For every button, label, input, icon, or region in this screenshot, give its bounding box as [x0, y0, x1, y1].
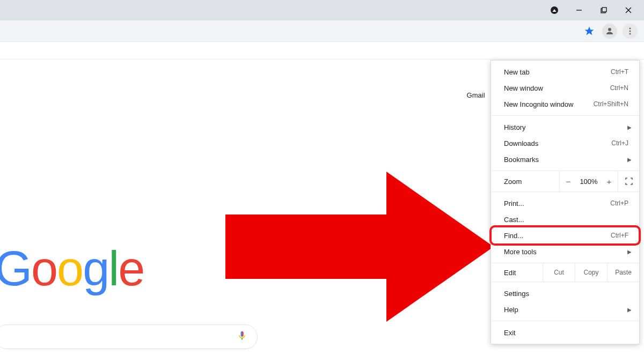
zoom-out-button[interactable]: − [560, 177, 577, 186]
cut-button[interactable]: Cut [543, 263, 575, 282]
svg-point-11 [630, 33, 631, 34]
menu-item-label: Settings [504, 290, 628, 298]
search-input[interactable] [0, 324, 258, 349]
maximize-button[interactable] [591, 2, 616, 18]
svg-point-8 [608, 28, 611, 31]
menu-item-label: More tools [504, 248, 628, 256]
menu-exit[interactable]: Exit [491, 324, 639, 341]
menu-item-label: Help [504, 306, 628, 314]
fullscreen-button[interactable] [618, 171, 639, 191]
annotation-arrow-icon [215, 166, 504, 327]
chevron-right-icon: ▶ [627, 249, 632, 255]
menu-item-shortcut: Ctrl+J [611, 139, 628, 147]
menu-item-label: Bookmarks [504, 156, 628, 164]
menu-item-shortcut: Ctrl+T [611, 68, 628, 76]
chevron-right-icon: ▶ [627, 124, 632, 130]
zoom-in-button[interactable]: + [601, 177, 618, 186]
menu-item-label: Find... [504, 232, 611, 240]
menu-edit: Edit Cut Copy Paste [491, 263, 639, 282]
menu-item-label: New window [504, 84, 610, 92]
svg-marker-13 [225, 172, 494, 322]
menu-incognito[interactable]: New Incognito window Ctrl+Shift+N [491, 96, 639, 112]
window-titlebar [0, 0, 644, 20]
google-logo: Google [0, 241, 144, 297]
menu-item-label: History [504, 123, 628, 131]
zoom-label: Zoom [491, 178, 559, 186]
menu-more-tools[interactable]: More tools ▶ [491, 243, 639, 260]
menu-item-label: New tab [504, 68, 611, 76]
page-content: Gmail Im Google r con Google Voy a tener… [0, 59, 644, 362]
chrome-menu: New tab Ctrl+T New window Ctrl+N New Inc… [491, 60, 640, 344]
paste-button[interactable]: Paste [607, 263, 639, 282]
menu-find[interactable]: Find... Ctrl+F [491, 227, 639, 243]
minimize-button[interactable] [567, 2, 591, 18]
close-button[interactable] [616, 2, 641, 18]
voice-search-icon[interactable] [237, 330, 247, 343]
chevron-right-icon: ▶ [627, 307, 632, 313]
logo-letter: g [83, 242, 108, 295]
bookmark-star-icon[interactable] [582, 24, 597, 39]
menu-item-label: New Incognito window [504, 100, 594, 108]
copy-button[interactable]: Copy [575, 263, 607, 282]
menu-item-shortcut: Ctrl+Shift+N [594, 100, 628, 108]
logo-letter: l [108, 242, 118, 295]
divider [0, 59, 644, 60]
logo-letter: o [57, 242, 83, 295]
menu-bookmarks[interactable]: Bookmarks ▶ [491, 151, 639, 167]
chrome-badge-icon [542, 2, 567, 18]
menu-item-label: Cast... [504, 216, 628, 224]
svg-point-10 [630, 30, 631, 32]
svg-marker-7 [585, 26, 594, 35]
menu-item-label: Print... [504, 200, 610, 208]
menu-item-shortcut: Ctrl+N [610, 84, 628, 92]
chevron-right-icon: ▶ [627, 157, 632, 162]
gmail-link[interactable]: Gmail [467, 91, 485, 99]
more-menu-icon[interactable] [623, 24, 638, 39]
menu-item-shortcut: Ctrl+P [610, 200, 628, 207]
svg-point-9 [630, 27, 631, 29]
menu-print[interactable]: Print... Ctrl+P [491, 195, 639, 211]
menu-new-tab[interactable]: New tab Ctrl+T [491, 64, 639, 80]
menu-item-label: Exit [504, 329, 628, 337]
profile-icon[interactable] [602, 24, 617, 39]
menu-zoom: Zoom − 100% + [491, 171, 639, 192]
browser-toolbar [0, 20, 644, 42]
menu-help[interactable]: Help ▶ [491, 301, 639, 317]
menu-cast[interactable]: Cast... [491, 211, 639, 227]
menu-downloads[interactable]: Downloads Ctrl+J [491, 135, 639, 151]
zoom-value: 100% [577, 178, 601, 186]
menu-new-window[interactable]: New window Ctrl+N [491, 80, 639, 96]
logo-letter: o [31, 242, 57, 295]
menu-item-label: Downloads [504, 139, 611, 147]
logo-letter: e [118, 242, 144, 295]
edit-label: Edit [491, 269, 543, 277]
logo-letter: G [0, 242, 31, 295]
svg-rect-4 [602, 8, 606, 12]
menu-history[interactable]: History ▶ [491, 119, 639, 135]
menu-item-shortcut: Ctrl+F [611, 232, 628, 239]
menu-settings[interactable]: Settings [491, 285, 639, 301]
